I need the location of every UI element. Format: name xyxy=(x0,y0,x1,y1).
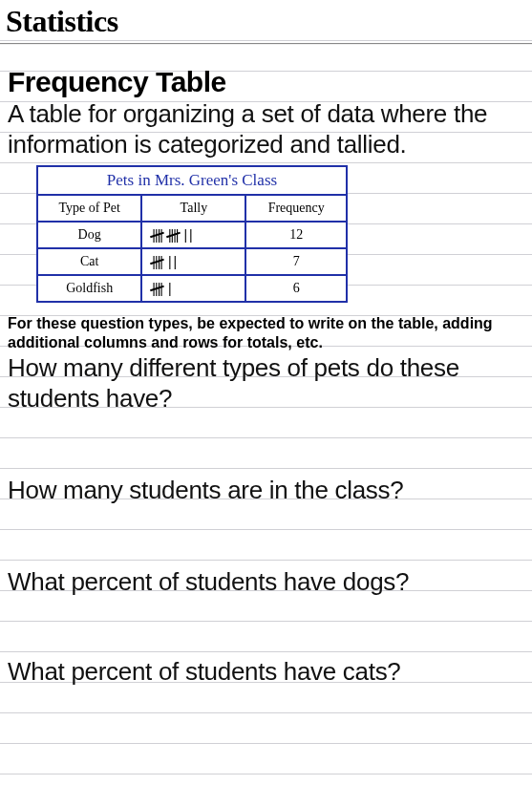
question-1: How many different types of pets do thes… xyxy=(8,352,524,414)
table-row: Cat |||||| 7 xyxy=(37,248,347,275)
header-type: Type of Pet xyxy=(37,195,141,222)
cell-type: Dog xyxy=(37,222,141,248)
cell-frequency: 7 xyxy=(245,248,347,275)
cell-tally: ||||| xyxy=(141,275,245,302)
cell-frequency: 12 xyxy=(245,222,347,248)
cell-type: Goldfish xyxy=(37,275,141,302)
definition-text: A table for organizing a set of data whe… xyxy=(8,98,524,159)
header-tally: Tally xyxy=(141,195,245,222)
table-row: Goldfish ||||| 6 xyxy=(37,275,347,302)
table-header-row: Type of Pet Tally Frequency xyxy=(37,195,347,222)
title-underline xyxy=(0,43,532,45)
question-2: How many students are in the class? xyxy=(8,475,524,505)
note-text: For these question types, be expected to… xyxy=(8,303,524,352)
header-frequency: Frequency xyxy=(245,195,347,222)
section-heading: Frequency Table xyxy=(8,66,524,98)
page-content: Statistics Frequency Table A table for o… xyxy=(0,0,532,687)
page-title: Statistics xyxy=(0,0,532,39)
cell-tally: |||||||||| xyxy=(141,222,245,248)
question-4: What percent of students have cats? xyxy=(8,656,524,687)
frequency-table: Pets in Mrs. Green's Class Type of Pet T… xyxy=(36,165,348,303)
table-row: Dog |||||||||| 12 xyxy=(37,222,347,248)
cell-tally: |||||| xyxy=(141,248,245,275)
table-title: Pets in Mrs. Green's Class xyxy=(37,166,347,195)
frequency-table-container: Pets in Mrs. Green's Class Type of Pet T… xyxy=(36,165,348,303)
question-3: What percent of students have dogs? xyxy=(8,566,524,597)
cell-frequency: 6 xyxy=(245,275,347,302)
cell-type: Cat xyxy=(37,248,141,275)
